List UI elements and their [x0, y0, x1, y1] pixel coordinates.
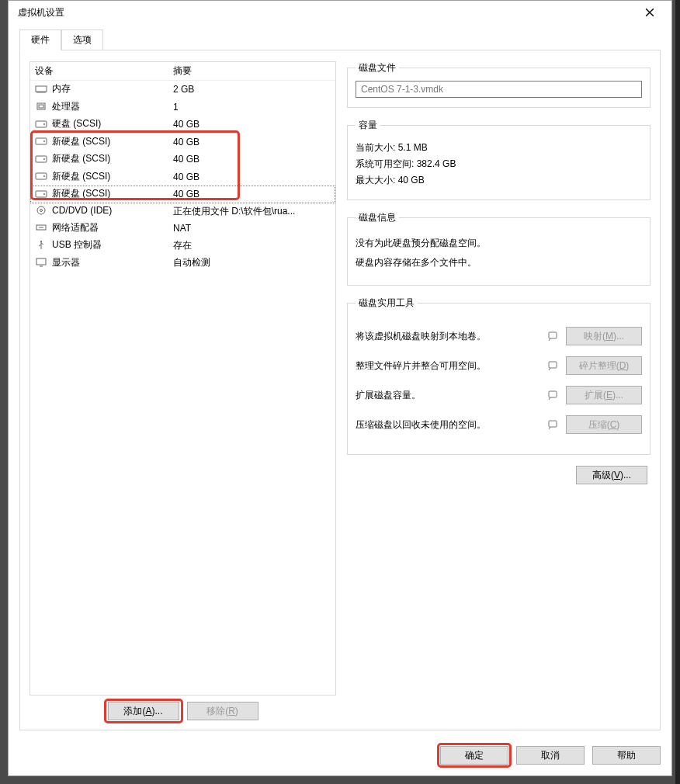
- tab-hardware[interactable]: 硬件: [19, 29, 61, 50]
- svg-point-6: [43, 140, 45, 142]
- max-size-value: 40 GB: [398, 175, 425, 186]
- device-summary: 40 GB: [168, 168, 335, 186]
- remove-button[interactable]: 移除(R): [187, 702, 258, 720]
- table-row[interactable]: 新硬盘 (SCSI)40 GB: [30, 134, 335, 151]
- map-desc: 将该虚拟机磁盘映射到本地卷。: [356, 330, 541, 343]
- disk-tools-group: 磁盘实用工具 将该虚拟机磁盘映射到本地卷。 映射(M)... 整理文件碎片并整合…: [347, 297, 651, 455]
- tool-row-defrag: 整理文件碎片并整合可用空间。 碎片整理(D): [356, 356, 642, 375]
- defrag-button[interactable]: 碎片整理(D): [566, 356, 642, 375]
- add-button[interactable]: 添加(A)...: [108, 702, 179, 720]
- callout-icon: [547, 359, 560, 372]
- tab-options[interactable]: 选项: [61, 29, 103, 50]
- usb-icon: [35, 240, 47, 251]
- table-row[interactable]: 新硬盘 (SCSI)40 GB: [30, 186, 335, 203]
- callout-icon: [547, 418, 560, 431]
- device-summary: 1: [168, 99, 335, 116]
- left-buttons: 添加(A)... 移除(R): [29, 702, 336, 720]
- device-summary: 正在使用文件 D:\软件包\rua...: [168, 203, 335, 220]
- svg-point-4: [43, 123, 45, 125]
- advanced-button[interactable]: 高级(V)...: [576, 466, 647, 484]
- current-size-value: 5.1 MB: [398, 142, 428, 153]
- disk-file-input[interactable]: [356, 81, 642, 98]
- device-name: 内存: [52, 82, 71, 95]
- col-device: 设备: [30, 62, 168, 81]
- ok-button[interactable]: 确定: [440, 746, 508, 765]
- dialog-buttons: 确定 取消 帮助: [9, 738, 671, 775]
- device-name: CD/DVD (IDE): [52, 205, 112, 216]
- memory-icon: [35, 84, 47, 95]
- cpu-icon: [35, 101, 47, 112]
- disk-info-group: 磁盘信息 没有为此硬盘预分配磁盘空间。 硬盘内容存储在多个文件中。: [347, 211, 651, 286]
- device-name: 新硬盘 (SCSI): [52, 170, 110, 183]
- disk-file-group: 磁盘文件: [347, 61, 651, 108]
- svg-rect-2: [39, 105, 43, 108]
- compact-desc: 压缩磁盘以回收未使用的空间。: [356, 418, 541, 432]
- svg-rect-20: [549, 391, 557, 397]
- compact-button[interactable]: 压缩(C): [566, 415, 642, 434]
- table-row[interactable]: USB 控制器存在: [30, 237, 335, 255]
- table-row[interactable]: 处理器1: [30, 99, 335, 116]
- free-space-label: 系统可用空间:: [356, 158, 414, 169]
- cancel-button[interactable]: 取消: [516, 746, 585, 765]
- help-button[interactable]: 帮助: [592, 746, 661, 765]
- right-column: 磁盘文件 容量 当前大小: 5.1 MB 系统可用空间: 382.4 GB 最大…: [347, 61, 651, 720]
- device-name: 新硬盘 (SCSI): [52, 152, 110, 165]
- device-summary: 2 GB: [168, 81, 335, 99]
- hdd-icon: [35, 136, 47, 147]
- device-summary: 40 GB: [168, 116, 335, 134]
- tab-strip: 硬件 选项: [19, 29, 661, 50]
- dialog-body: 硬件 选项 设备 摘要 内存2 GB处理器1硬盘 (SCSI)40 GB: [9, 24, 671, 738]
- device-summary: 存在: [168, 237, 335, 255]
- svg-point-14: [40, 209, 43, 211]
- disk-tools-legend: 磁盘实用工具: [356, 297, 418, 310]
- svg-point-8: [43, 158, 45, 160]
- disk-info-legend: 磁盘信息: [356, 211, 399, 224]
- capacity-group: 容量 当前大小: 5.1 MB 系统可用空间: 382.4 GB 最大大小: 4…: [347, 119, 651, 200]
- expand-desc: 扩展磁盘容量。: [356, 389, 541, 402]
- tool-row-compact: 压缩磁盘以回收未使用的空间。 压缩(C): [356, 415, 642, 434]
- svg-rect-0: [36, 86, 47, 92]
- close-icon: [645, 8, 654, 17]
- net-icon: [35, 222, 47, 233]
- hdd-icon: [35, 154, 47, 165]
- current-size-label: 当前大小:: [356, 142, 395, 153]
- device-name: 显示器: [52, 256, 80, 269]
- device-name: 新硬盘 (SCSI): [52, 187, 110, 200]
- device-summary: NAT: [168, 220, 335, 238]
- disk-info-line2: 硬盘内容存储在多个文件中。: [356, 256, 642, 269]
- col-summary: 摘要: [168, 62, 335, 81]
- max-size-label: 最大大小:: [356, 175, 395, 186]
- tool-row-map: 将该虚拟机磁盘映射到本地卷。 映射(M)...: [356, 327, 642, 345]
- close-button[interactable]: [634, 2, 665, 23]
- cd-icon: [35, 205, 47, 216]
- svg-rect-17: [36, 258, 46, 265]
- disk-file-legend: 磁盘文件: [356, 61, 399, 75]
- callout-icon: [547, 330, 560, 342]
- table-row[interactable]: CD/DVD (IDE)正在使用文件 D:\软件包\rua...: [30, 203, 335, 220]
- device-list-frame: 设备 摘要 内存2 GB处理器1硬盘 (SCSI)40 GB新硬盘 (SCSI)…: [29, 61, 336, 696]
- svg-point-16: [40, 241, 42, 242]
- table-row[interactable]: 新硬盘 (SCSI)40 GB: [30, 151, 335, 168]
- hdd-icon: [35, 119, 47, 130]
- table-row[interactable]: 内存2 GB: [30, 81, 335, 99]
- device-summary: 自动检测: [168, 255, 335, 272]
- defrag-desc: 整理文件碎片并整合可用空间。: [356, 359, 541, 373]
- expand-button[interactable]: 扩展(E)...: [566, 386, 642, 404]
- svg-rect-18: [549, 332, 557, 338]
- disk-info-line1: 没有为此硬盘预分配磁盘空间。: [356, 237, 642, 250]
- device-name: 网络适配器: [52, 221, 99, 234]
- device-summary: 40 GB: [168, 186, 335, 203]
- svg-rect-21: [549, 421, 557, 427]
- table-row[interactable]: 网络适配器NAT: [30, 220, 335, 238]
- tool-row-expand: 扩展磁盘容量。 扩展(E)...: [356, 386, 642, 404]
- device-summary: 40 GB: [168, 151, 335, 168]
- callout-icon: [547, 389, 560, 401]
- map-button[interactable]: 映射(M)...: [566, 327, 642, 345]
- capacity-legend: 容量: [356, 119, 380, 132]
- table-row[interactable]: 硬盘 (SCSI)40 GB: [30, 116, 335, 134]
- table-row[interactable]: 新硬盘 (SCSI)40 GB: [30, 168, 335, 186]
- device-table[interactable]: 设备 摘要 内存2 GB处理器1硬盘 (SCSI)40 GB新硬盘 (SCSI)…: [30, 62, 335, 272]
- display-icon: [35, 257, 47, 268]
- device-name: 新硬盘 (SCSI): [52, 135, 110, 148]
- table-row[interactable]: 显示器自动检测: [30, 255, 335, 272]
